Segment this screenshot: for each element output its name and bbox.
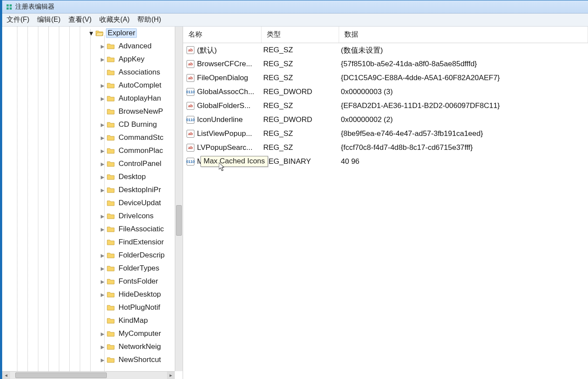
- tree-item[interactable]: KindMap: [2, 314, 173, 327]
- menu-file[interactable]: 文件(F): [7, 15, 29, 24]
- expander-icon[interactable]: ▸: [100, 266, 105, 271]
- expander-icon[interactable]: ▸: [100, 253, 105, 258]
- expander-icon[interactable]: ▸: [100, 174, 105, 179]
- tree-item-label: CommonPlac: [119, 146, 163, 155]
- string-value-icon: ab: [187, 144, 194, 152]
- tree-item[interactable]: ▸HideDesktop: [2, 288, 173, 301]
- tree-item-label: NetworkNeig: [119, 342, 161, 351]
- tree-horizontal-scrollbar[interactable]: ◄ ►: [2, 371, 175, 379]
- menu-edit[interactable]: 编辑(E): [37, 15, 60, 24]
- expander-icon[interactable]: ▸: [100, 357, 105, 362]
- tree-item-label: Advanced: [119, 42, 152, 50]
- tree-item-label: KindMap: [119, 316, 148, 325]
- tree-item[interactable]: ▸FontsFolder: [2, 275, 173, 288]
- tree-item[interactable]: ▸CD Burning: [2, 118, 173, 131]
- expander-icon[interactable]: ▸: [100, 227, 105, 232]
- expander-icon[interactable]: ▸: [100, 44, 105, 49]
- registry-value-row[interactable]: abListViewPopup...REG_SZ{8be9f5ea-e746-4…: [183, 127, 588, 141]
- tree-item[interactable]: ▸Advanced: [2, 40, 173, 53]
- value-type: REG_SZ: [262, 102, 339, 110]
- value-data: (数值未设置): [339, 45, 588, 55]
- value-data: 40 96: [339, 157, 588, 166]
- tree-item[interactable]: ▸Desktop: [2, 170, 173, 183]
- expander-icon[interactable]: ▸: [100, 331, 105, 336]
- tree-view[interactable]: ▾Explorer▸Advanced▸AppKeyAssociations▸Au…: [2, 27, 173, 371]
- tree-item-label: FolderTypes: [119, 264, 160, 272]
- titlebar[interactable]: 注册表编辑器: [2, 0, 588, 14]
- expander-icon[interactable]: ▸: [100, 148, 105, 153]
- tree-horizontal-scroll-thumb[interactable]: [15, 372, 107, 378]
- tree-item[interactable]: ▸CommonPlac: [2, 144, 173, 157]
- tree-item-label: DeviceUpdat: [119, 199, 161, 207]
- tree-item[interactable]: ▸DriveIcons: [2, 210, 173, 223]
- scroll-right-arrow[interactable]: ►: [167, 372, 175, 379]
- tree-item[interactable]: DeviceUpdat: [2, 196, 173, 210]
- value-name: (默认): [197, 45, 217, 55]
- tree-item-label: Desktop: [119, 173, 146, 181]
- expander-icon[interactable]: ▾: [88, 30, 94, 36]
- tree-item[interactable]: Associations: [2, 66, 173, 79]
- registry-value-row[interactable]: abLVPopupSearc...REG_SZ{fccf70c8-f4d7-4d…: [183, 141, 588, 155]
- tree-item[interactable]: ▸ControlPanel: [2, 157, 173, 170]
- tree-vertical-scroll-thumb[interactable]: [176, 205, 182, 236]
- tree-item[interactable]: ▸FolderTypes: [2, 262, 173, 275]
- binary-value-icon: 0110: [187, 116, 194, 124]
- value-data: {fccf70c8-f4d7-4d8b-8c17-cd6715e37fff}: [339, 143, 588, 152]
- tree-item[interactable]: ▸CommandStc: [2, 131, 173, 144]
- column-header-type[interactable]: 类型: [262, 27, 339, 43]
- scroll-left-arrow[interactable]: ◄: [2, 372, 10, 379]
- tree-item[interactable]: ▸NetworkNeig: [2, 340, 173, 353]
- tree-item[interactable]: ▸FolderDescrip: [2, 249, 173, 262]
- registry-value-row[interactable]: abGlobalFolderS...REG_SZ{EF8AD2D1-AE36-1…: [183, 99, 588, 113]
- tree-item[interactable]: HotPlugNotif: [2, 301, 173, 314]
- string-value-icon: ab: [187, 46, 194, 54]
- expander-icon[interactable]: ▸: [100, 96, 105, 101]
- tree-item[interactable]: FindExtensior: [2, 236, 173, 249]
- expander-icon[interactable]: ▸: [100, 213, 105, 219]
- tree-item[interactable]: ▸FileAssociatic: [2, 223, 173, 236]
- expander-icon[interactable]: ▸: [100, 187, 105, 193]
- menu-view[interactable]: 查看(V): [68, 15, 92, 24]
- registry-value-row[interactable]: 0110GlobalAssocCh...REG_DWORD0x00000003 …: [183, 85, 588, 99]
- column-header-data[interactable]: 数据: [339, 27, 588, 43]
- value-type: REG_DWORD: [262, 115, 339, 124]
- string-value-icon: ab: [187, 102, 194, 110]
- tree-item-label: CommandStc: [119, 133, 163, 142]
- expander-icon[interactable]: ▸: [100, 122, 105, 127]
- expander-icon[interactable]: ▸: [100, 83, 105, 88]
- list-view[interactable]: ab(默认)REG_SZ(数值未设置)abBrowserCFCre...REG_…: [183, 43, 588, 379]
- expander-icon[interactable]: ▸: [100, 161, 105, 166]
- menu-favorites[interactable]: 收藏夹(A): [99, 15, 129, 24]
- expander-icon[interactable]: ▸: [100, 292, 105, 297]
- registry-value-row[interactable]: abFileOpenDialogREG_SZ{DC1C5A9C-E88A-4dd…: [183, 71, 588, 85]
- registry-value-row[interactable]: 0110IconUnderlineREG_DWORD0x00000002 (2): [183, 113, 588, 127]
- value-name: LVPopupSearc...: [197, 143, 252, 152]
- tree-item[interactable]: ▸AutoplayHan: [2, 92, 173, 105]
- registry-editor-window: 注册表编辑器 文件(F) 编辑(E) 查看(V) 收藏夹(A) 帮助(H): [0, 0, 588, 379]
- tree-item[interactable]: ▸AppKey: [2, 53, 173, 66]
- tree-item-label: Explorer: [108, 29, 135, 37]
- tree-item[interactable]: ▸MyComputer: [2, 327, 173, 340]
- tree-item-label: MyComputer: [119, 329, 161, 338]
- column-header-name[interactable]: 名称: [183, 27, 262, 43]
- tree-item[interactable]: BrowseNewP: [2, 105, 173, 118]
- expander-icon[interactable]: ▸: [100, 279, 105, 284]
- tree-item-label: Associations: [119, 68, 160, 76]
- expander-icon[interactable]: ▸: [100, 135, 105, 140]
- client-area: ▾Explorer▸Advanced▸AppKeyAssociations▸Au…: [2, 27, 588, 379]
- tree-vertical-scrollbar[interactable]: [175, 27, 183, 371]
- registry-value-row[interactable]: abBrowserCFCre...REG_SZ{57f8510b-a5e2-41…: [183, 57, 588, 71]
- tree-item-label: FontsFolder: [119, 277, 158, 285]
- tree-item[interactable]: ▾Explorer: [2, 27, 173, 40]
- tree-item-label: CD Burning: [119, 120, 157, 129]
- string-value-icon: ab: [187, 130, 194, 138]
- menu-help[interactable]: 帮助(H): [137, 15, 161, 24]
- tree-item[interactable]: ▸DesktopIniPr: [2, 183, 173, 196]
- value-type: REG_SZ: [262, 74, 339, 82]
- expander-icon[interactable]: ▸: [100, 344, 105, 349]
- tree-item[interactable]: ▸NewShortcut: [2, 353, 173, 366]
- value-name: GlobalAssocCh...: [197, 88, 254, 96]
- registry-value-row[interactable]: ab(默认)REG_SZ(数值未设置): [183, 43, 588, 57]
- tree-item[interactable]: ▸AutoComplet: [2, 79, 173, 92]
- expander-icon[interactable]: ▸: [100, 57, 105, 62]
